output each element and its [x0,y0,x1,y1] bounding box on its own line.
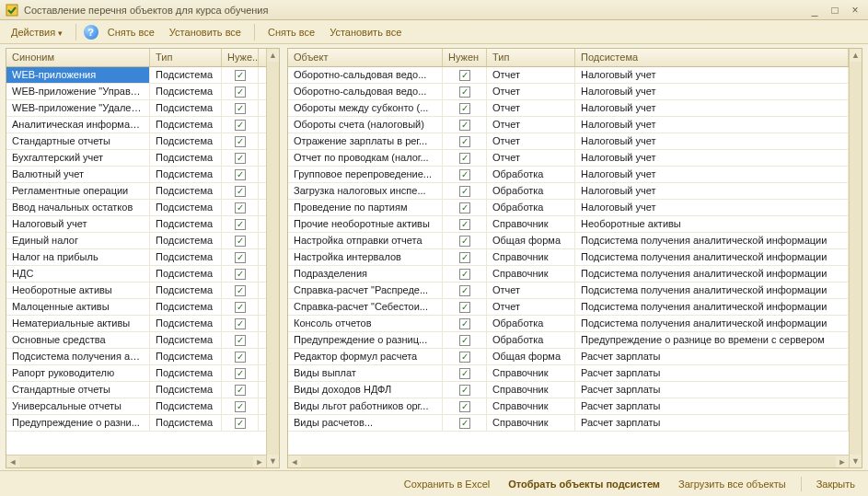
checkbox[interactable]: ✓ [235,302,246,313]
checkbox[interactable]: ✓ [235,186,246,197]
checkbox[interactable]: ✓ [235,401,246,412]
checkbox[interactable]: ✓ [459,302,470,313]
table-row[interactable]: Настройка отправки отчета✓Общая формаПод… [288,233,849,249]
checkbox[interactable]: ✓ [235,318,246,329]
scroll-track[interactable] [267,62,279,455]
checkbox[interactable]: ✓ [235,136,246,147]
table-row[interactable]: Необоротные активыПодсистема✓ [6,283,266,299]
right-grid-body[interactable]: Оборотно-сальдовая ведо...✓ОтчетНалоговы… [288,67,849,455]
checkbox[interactable]: ✓ [235,352,246,363]
table-row[interactable]: Аналитическая информацияПодсистема✓ [6,117,266,133]
scroll-right-icon[interactable]: ► [836,456,849,468]
checkbox[interactable]: ✓ [459,186,470,197]
scroll-track[interactable] [19,456,253,467]
right-col-type[interactable]: Тип [487,49,575,66]
table-row[interactable]: Настройка интервалов✓СправочникПодсистем… [288,249,849,266]
table-row[interactable]: Редактор формул расчета✓Общая формаРасче… [288,349,849,365]
scroll-track[interactable] [850,62,862,455]
scroll-left-icon[interactable]: ◄ [288,456,301,468]
right-col-subsystem[interactable]: Подсистема [575,49,849,66]
checkbox[interactable]: ✓ [235,120,246,131]
right-vertical-scrollbar[interactable]: ▲ ▼ [849,49,862,467]
checkbox[interactable]: ✓ [235,252,246,263]
help-icon[interactable]: ? [84,25,98,40]
table-row[interactable]: НДСПодсистема✓ [6,266,266,283]
table-row[interactable]: Универсальные отчетыПодсистема✓ [6,398,266,415]
table-row[interactable]: Оборотно-сальдовая ведо...✓ОтчетНалоговы… [288,67,849,84]
table-row[interactable]: Обороты счета (налоговый)✓ОтчетНалоговый… [288,117,849,133]
right-horizontal-scrollbar[interactable]: ◄ ► [288,455,849,467]
table-row[interactable]: Групповое перепроведение...✓ОбработкаНал… [288,167,849,183]
checkbox[interactable]: ✓ [235,169,246,180]
left-col-needed[interactable]: Нуже... [222,49,259,66]
table-row[interactable]: Справка-расчет "Себестои...✓ОтчетПодсист… [288,299,849,316]
close-button[interactable]: × [848,4,862,17]
save-excel-button[interactable]: Сохранить в Excel [400,476,494,492]
table-row[interactable]: Ввод начальных остатковПодсистема✓ [6,200,266,216]
table-row[interactable]: Справка-расчет "Распреде...✓ОтчетПодсист… [288,283,849,299]
table-row[interactable]: Отражение зарплаты в рег...✓ОтчетНалогов… [288,133,849,150]
table-row[interactable]: Нематериальные активыПодсистема✓ [6,316,266,332]
checkbox[interactable]: ✓ [459,70,470,81]
checkbox[interactable]: ✓ [459,136,470,147]
actions-menu[interactable]: Действия [6,24,68,40]
checkbox[interactable]: ✓ [459,285,470,296]
right-col-object[interactable]: Объект [288,49,443,66]
checkbox[interactable]: ✓ [459,153,470,164]
table-row[interactable]: Малоценные активыПодсистема✓ [6,299,266,316]
checkbox[interactable]: ✓ [235,385,246,396]
checkbox[interactable]: ✓ [235,368,246,379]
set-all-button-2[interactable]: Установить все [324,24,407,40]
scroll-up-icon[interactable]: ▲ [267,49,279,62]
close-footer-button[interactable]: Закрыть [813,476,859,492]
scroll-down-icon[interactable]: ▼ [267,455,279,467]
table-row[interactable]: Единый налогПодсистема✓ [6,233,266,249]
table-row[interactable]: Подсистема получения ана...Подсистема✓ [6,349,266,365]
checkbox[interactable]: ✓ [235,87,246,98]
right-col-needed[interactable]: Нужен [443,49,487,66]
table-row[interactable]: Виды выплат✓СправочникРасчет зарплаты [288,365,849,382]
table-row[interactable]: Регламентные операцииПодсистема✓ [6,183,266,200]
left-col-type[interactable]: Тип [150,49,222,66]
checkbox[interactable]: ✓ [459,401,470,412]
left-col-synonym[interactable]: Синоним [6,49,150,66]
table-row[interactable]: Валютный учетПодсистема✓ [6,167,266,183]
table-row[interactable]: WEB-приложение "Удален...Подсистема✓ [6,100,266,117]
select-objects-button[interactable]: Отобрать объекты подсистем [504,476,664,492]
checkbox[interactable]: ✓ [459,236,470,247]
checkbox[interactable]: ✓ [235,202,246,213]
checkbox[interactable]: ✓ [459,87,470,98]
table-row[interactable]: Виды льгот работников орг...✓СправочникР… [288,398,849,415]
scroll-left-icon[interactable]: ◄ [6,456,19,468]
table-row[interactable]: Виды доходов НДФЛ✓СправочникРасчет зарпл… [288,382,849,398]
checkbox[interactable]: ✓ [459,335,470,346]
checkbox[interactable]: ✓ [235,335,246,346]
table-row[interactable]: WEB-приложенияПодсистема✓ [6,67,266,84]
checkbox[interactable]: ✓ [459,269,470,280]
checkbox[interactable]: ✓ [235,236,246,247]
scroll-track[interactable] [301,456,836,467]
table-row[interactable]: Бухгалтерский учетПодсистема✓ [6,150,266,167]
table-row[interactable]: Стандартные отчетыПодсистема✓ [6,382,266,398]
table-row[interactable]: Загрузка налоговых инспе...✓ОбработкаНал… [288,183,849,200]
table-row[interactable]: Прочие необоротные активы✓СправочникНеоб… [288,216,849,233]
set-all-button-1[interactable]: Установить все [164,24,247,40]
checkbox[interactable]: ✓ [235,153,246,164]
checkbox[interactable]: ✓ [235,219,246,230]
clear-all-button-1[interactable]: Снять все [102,24,160,40]
table-row[interactable]: Основные средстваПодсистема✓ [6,332,266,349]
table-row[interactable]: Налог на прибыльПодсистема✓ [6,249,266,266]
checkbox[interactable]: ✓ [459,352,470,363]
left-grid-body[interactable]: WEB-приложенияПодсистема✓WEB-приложение … [6,67,266,455]
table-row[interactable]: Подразделения✓СправочникПодсистема получ… [288,266,849,283]
checkbox[interactable]: ✓ [235,418,246,429]
scroll-right-icon[interactable]: ► [253,456,266,468]
scroll-down-icon[interactable]: ▼ [850,455,862,467]
checkbox[interactable]: ✓ [459,103,470,114]
scroll-up-icon[interactable]: ▲ [850,49,862,62]
checkbox[interactable]: ✓ [459,318,470,329]
table-row[interactable]: Виды расчетов...✓СправочникРасчет зарпла… [288,415,849,432]
checkbox[interactable]: ✓ [459,368,470,379]
table-row[interactable]: Оборотно-сальдовая ведо...✓ОтчетНалоговы… [288,84,849,100]
checkbox[interactable]: ✓ [459,252,470,263]
